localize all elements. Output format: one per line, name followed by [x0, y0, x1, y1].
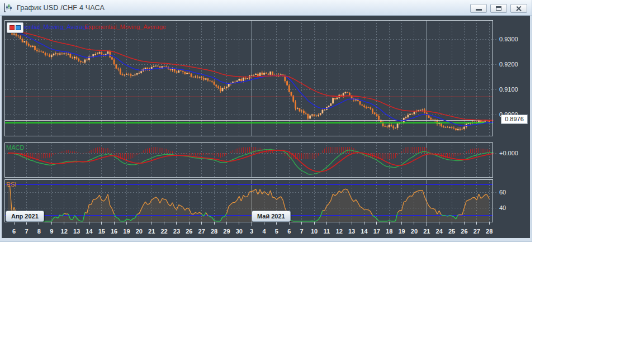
svg-text:14: 14: [361, 228, 368, 235]
svg-text:6: 6: [12, 228, 16, 235]
macd-panel-border: [4, 142, 493, 177]
svg-text:5: 5: [275, 228, 278, 235]
svg-text:21: 21: [423, 228, 430, 235]
svg-text:18: 18: [386, 228, 392, 235]
indicator-toolbox[interactable]: [7, 22, 23, 33]
svg-text:27: 27: [473, 228, 480, 235]
svg-text:0.9200: 0.9200: [499, 61, 518, 68]
svg-text:14: 14: [86, 228, 93, 235]
macd-label: MACD: [6, 144, 24, 151]
svg-text:26: 26: [461, 228, 467, 235]
svg-text:13: 13: [348, 228, 355, 235]
maximize-icon: [496, 6, 501, 11]
close-button[interactable]: [510, 4, 527, 13]
current-price-box: 0.8976: [501, 115, 528, 124]
svg-text:15: 15: [98, 228, 105, 235]
month-badge-april: Апр 2021: [6, 211, 44, 222]
svg-text:4: 4: [262, 228, 266, 235]
svg-text:12: 12: [336, 228, 343, 235]
candle-wicks: [8, 28, 489, 131]
svg-text:20: 20: [136, 228, 143, 235]
window-controls: [470, 4, 527, 13]
minimize-button[interactable]: [470, 4, 487, 13]
svg-text:22: 22: [160, 228, 167, 235]
chart-area: 0.93000.92000.91000.90006789121314151619…: [2, 16, 530, 238]
titlebar[interactable]: График USD /CHF 4 ЧАСА: [0, 0, 532, 16]
legend-ema-slow-label: Exponential_Moving_Average: [84, 23, 166, 30]
svg-text:29: 29: [223, 228, 230, 235]
svg-text:21: 21: [148, 228, 155, 235]
svg-text:26: 26: [186, 228, 192, 235]
macd-signal-line: [8, 150, 494, 172]
svg-text:7: 7: [300, 228, 304, 235]
svg-text:60: 60: [499, 189, 506, 196]
svg-text:19: 19: [123, 228, 130, 235]
svg-text:28: 28: [486, 228, 493, 235]
svg-text:40: 40: [499, 204, 506, 211]
svg-text:0.9100: 0.9100: [499, 86, 518, 93]
red-swatch-button[interactable]: [10, 25, 15, 30]
svg-text:24: 24: [436, 228, 443, 235]
close-icon: [516, 6, 522, 11]
svg-text:13: 13: [73, 228, 80, 235]
svg-text:17: 17: [373, 228, 380, 235]
svg-text:23: 23: [173, 228, 180, 235]
svg-text:30: 30: [236, 228, 243, 235]
svg-text:27: 27: [198, 228, 205, 235]
svg-text:12: 12: [61, 228, 68, 235]
window-title: График USD /CHF 4 ЧАСА: [17, 4, 105, 12]
svg-text:9: 9: [50, 228, 53, 235]
svg-text:6: 6: [287, 228, 291, 235]
desktop: График USD /CHF 4 ЧАСА 0.93000.92000.910…: [0, 0, 644, 362]
svg-text:10: 10: [311, 228, 318, 235]
minimize-icon: [476, 9, 482, 11]
svg-text:28: 28: [211, 228, 217, 235]
svg-text:3: 3: [250, 228, 253, 235]
svg-text:25: 25: [448, 228, 455, 235]
svg-text:8: 8: [37, 228, 41, 235]
svg-text:0.9300: 0.9300: [499, 36, 518, 42]
chart-window: График USD /CHF 4 ЧАСА 0.93000.92000.910…: [0, 0, 532, 242]
svg-text:16: 16: [111, 228, 117, 235]
svg-text:19: 19: [398, 228, 405, 235]
svg-text:11: 11: [324, 228, 330, 235]
ema-line-16: [8, 31, 494, 126]
svg-text:20: 20: [411, 228, 418, 235]
svg-text:7: 7: [25, 228, 28, 235]
blue-swatch-button[interactable]: [16, 25, 21, 30]
ema-line-48: [8, 31, 494, 121]
rsi-label: RSI: [6, 181, 16, 188]
chart-icon: [3, 3, 13, 13]
maximize-button[interactable]: [490, 4, 507, 13]
main-panel-border: [4, 20, 493, 136]
svg-text:+0.000: +0.000: [499, 150, 518, 156]
chart-canvas[interactable]: 0.93000.92000.91000.90006789121314151619…: [2, 16, 530, 238]
month-badge-may: Май 2021: [252, 211, 291, 222]
